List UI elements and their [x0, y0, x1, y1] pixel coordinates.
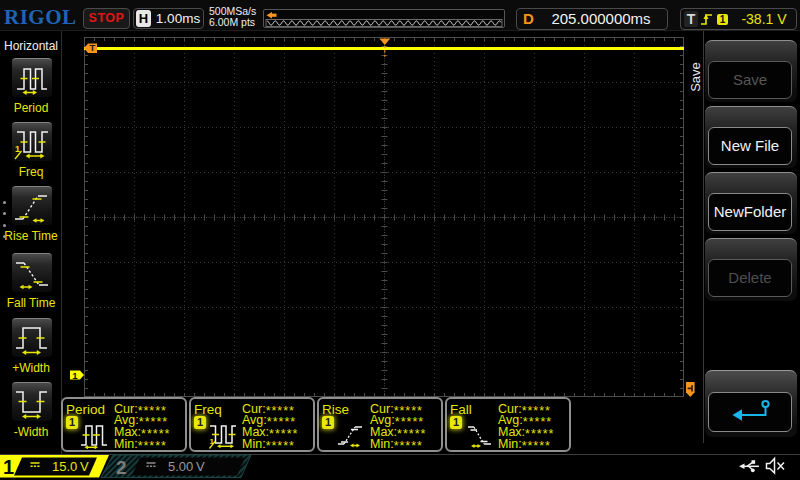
svg-text:2: 2 — [116, 457, 127, 478]
svg-text:1: 1 — [3, 456, 14, 478]
svg-text:15.0 V: 15.0 V — [52, 459, 89, 474]
svg-text:T: T — [90, 42, 96, 53]
svg-text:1: 1 — [210, 437, 215, 446]
svg-text:5.00 V: 5.00 V — [168, 459, 205, 474]
svg-text:1: 1 — [72, 370, 78, 381]
svg-text:1: 1 — [15, 144, 20, 154]
